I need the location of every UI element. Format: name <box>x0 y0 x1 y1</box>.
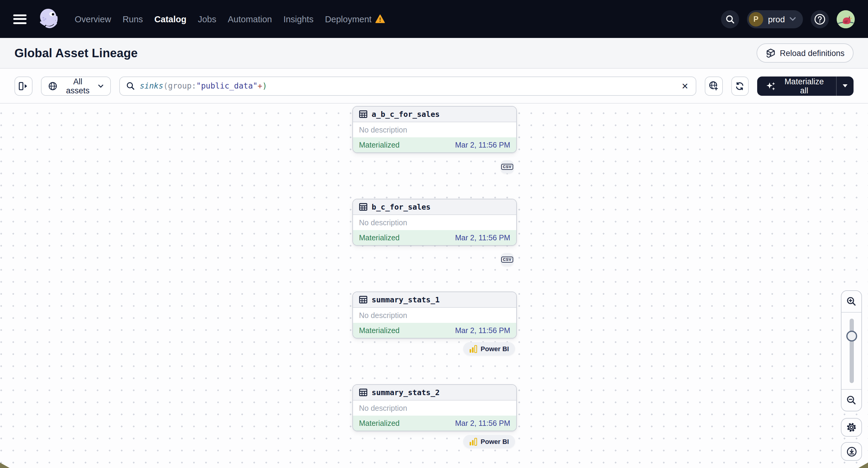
materialize-all-button[interactable]: Materialize all <box>757 76 836 95</box>
add-selection-syntax-button[interactable] <box>705 76 722 95</box>
asset-node-b-c-for-sales[interactable]: b_c_for_sales No description Materialize… <box>352 199 517 246</box>
nav-item-deployment[interactable]: Deployment <box>325 14 385 24</box>
asset-node-summary-stats-2[interactable]: summary_stats_2 No description Materiali… <box>352 384 517 431</box>
query-operator: + <box>257 81 262 90</box>
table-icon <box>359 388 367 396</box>
warning-icon <box>375 14 385 24</box>
nav-item-overview[interactable]: Overview <box>75 14 111 24</box>
sparkles-icon <box>766 81 776 91</box>
open-left-panel-button[interactable] <box>14 76 32 95</box>
query-attribute: group: <box>168 81 196 90</box>
lineage-toolbar: All assets sinks(group:"public_data"+) ✕ <box>0 69 868 103</box>
clear-query-button[interactable]: ✕ <box>680 81 689 91</box>
nav-item-runs[interactable]: Runs <box>123 14 143 24</box>
asset-selection-query: sinks(group:"public_data"+) <box>140 81 676 90</box>
kind-tag-powerbi[interactable]: Power BI <box>463 435 515 448</box>
asset-scope-dropdown[interactable]: All assets <box>41 76 111 95</box>
asset-status-bar: Materialized Mar 2, 11:56 PM <box>353 137 516 152</box>
page-title: Global Asset Lineage <box>14 46 137 60</box>
nav-item-automation[interactable]: Automation <box>228 14 272 24</box>
asset-name: summary_stats_2 <box>372 388 440 397</box>
search-icon <box>126 81 135 90</box>
deployment-name: prod <box>768 14 785 24</box>
chevron-down-icon <box>98 84 103 88</box>
query-open-paren: ( <box>163 81 168 90</box>
zoom-slider-thumb[interactable] <box>846 331 857 342</box>
search-icon <box>725 14 735 24</box>
asset-node-header: a_b_c_for_sales <box>353 106 516 122</box>
reload-definitions-label: Reload definitions <box>780 49 844 58</box>
asset-node-header: b_c_for_sales <box>353 199 516 215</box>
materialize-all-split-button: Materialize all <box>757 76 854 95</box>
refresh-icon <box>735 81 745 91</box>
zoom-slider-track[interactable] <box>849 319 854 383</box>
nav-item-insights[interactable]: Insights <box>283 14 313 24</box>
user-avatar[interactable] <box>837 10 855 28</box>
question-icon <box>814 13 826 25</box>
powerbi-icon <box>469 438 477 445</box>
asset-selection-input[interactable]: sinks(group:"public_data"+) ✕ <box>119 76 696 95</box>
query-close-paren: ) <box>262 81 267 90</box>
refresh-graph-button[interactable] <box>731 76 749 95</box>
asset-name: summary_stats_1 <box>372 295 440 304</box>
zoom-slider[interactable] <box>841 313 861 389</box>
top-nav: Overview Runs Catalog Jobs Automation In… <box>0 0 868 38</box>
deployment-avatar: P <box>749 12 763 26</box>
globe-plus-icon <box>709 81 719 91</box>
asset-description: No description <box>359 126 407 134</box>
help-button[interactable] <box>811 10 829 28</box>
asset-node-header: summary_stats_2 <box>353 385 516 401</box>
powerbi-label: Power BI <box>481 345 509 352</box>
zoom-in-button[interactable] <box>841 291 861 313</box>
query-value: "public_data" <box>196 81 258 90</box>
materialized-timestamp[interactable]: Mar 2, 11:56 PM <box>455 326 510 335</box>
materialized-timestamp[interactable]: Mar 2, 11:56 PM <box>455 419 510 427</box>
zoom-out-button[interactable] <box>841 389 861 411</box>
minimap-corner <box>0 463 10 468</box>
table-icon <box>359 296 367 304</box>
asset-description: No description <box>359 311 407 319</box>
globe-icon <box>48 81 57 91</box>
csv-icon: CSV <box>501 257 514 263</box>
nav-item-jobs[interactable]: Jobs <box>198 14 216 24</box>
materialized-timestamp[interactable]: Mar 2, 11:56 PM <box>455 141 510 149</box>
download-graph-button[interactable] <box>841 442 862 461</box>
materialized-status: Materialized <box>359 326 400 335</box>
kind-tag-powerbi[interactable]: Power BI <box>463 342 515 355</box>
asset-name: b_c_for_sales <box>372 202 431 211</box>
asset-node-summary-stats-1[interactable]: summary_stats_1 No description Materiali… <box>352 291 517 339</box>
menu-icon[interactable] <box>13 14 27 24</box>
zoom-in-icon <box>846 297 857 307</box>
asset-scope-label: All assets <box>61 77 94 95</box>
page-header: Global Asset Lineage Reload definitions <box>0 38 868 69</box>
materialized-status: Materialized <box>359 233 400 242</box>
minimap-corner <box>858 463 868 468</box>
graph-settings-button[interactable] <box>841 418 862 437</box>
dagster-logo[interactable] <box>36 6 60 32</box>
materialized-timestamp[interactable]: Mar 2, 11:56 PM <box>455 233 510 242</box>
kind-tag-csv[interactable]: CSV <box>501 253 514 266</box>
nav-item-catalog[interactable]: Catalog <box>155 14 186 24</box>
reload-code-icon <box>765 48 776 58</box>
materialized-status: Materialized <box>359 419 400 427</box>
materialize-options-button[interactable] <box>836 76 854 95</box>
kind-tag-csv[interactable]: CSV <box>501 160 514 174</box>
materialize-all-label: Materialize all <box>781 77 827 95</box>
panel-expand-icon <box>19 81 29 91</box>
reload-definitions-button[interactable]: Reload definitions <box>756 43 854 63</box>
nav-item-deployment-label: Deployment <box>325 14 372 24</box>
powerbi-label: Power BI <box>481 438 509 445</box>
asset-node-a-b-c-for-sales[interactable]: a_b_c_for_sales No description Materiali… <box>352 106 517 153</box>
csv-icon: CSV <box>501 164 514 170</box>
materialized-status: Materialized <box>359 141 400 149</box>
nav-right-cluster: P prod <box>721 10 855 28</box>
gear-icon <box>846 422 857 433</box>
download-icon <box>846 446 857 457</box>
asset-name: a_b_c_for_sales <box>372 110 440 119</box>
zoom-out-icon <box>846 395 857 405</box>
global-search-button[interactable] <box>721 10 739 28</box>
lineage-canvas[interactable]: a_b_c_for_sales No description Materiali… <box>0 103 868 468</box>
primary-nav: Overview Runs Catalog Jobs Automation In… <box>75 14 385 24</box>
deployment-switcher[interactable]: P prod <box>747 10 803 28</box>
asset-status-bar: Materialized Mar 2, 11:56 PM <box>353 323 516 338</box>
